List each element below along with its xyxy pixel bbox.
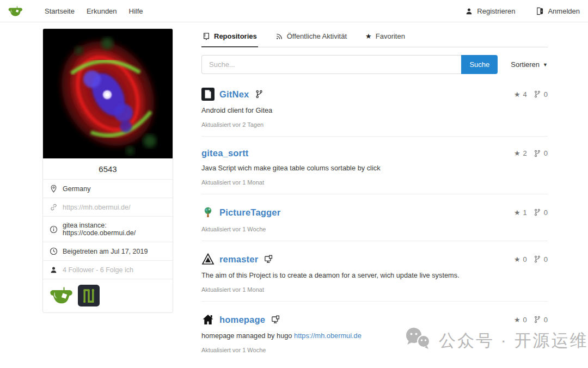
profile-location-row: Germany [43, 179, 173, 198]
repo-link[interactable]: PictureTagger [219, 207, 280, 218]
repo-head: remaster ★ 0 0 [201, 253, 548, 266]
tab-repositories-label: Repositories [214, 32, 257, 40]
triangle-avatar [201, 253, 215, 266]
main-content: Repositories Öffentliche Aktivität ★ Fav… [201, 29, 548, 361]
git-branch-icon[interactable] [534, 208, 541, 216]
repo-description-text: homepage managed by hugo [201, 332, 292, 340]
top-navbar: Startseite Erkunden Hilfe Registrieren A… [0, 0, 588, 22]
sign-in-icon [536, 7, 544, 15]
repo-stats: ★ 0 0 [514, 255, 548, 263]
git-branch-icon[interactable] [534, 316, 541, 323]
star-icon[interactable]: ★ [514, 316, 520, 324]
nebula-image [43, 29, 173, 158]
gitea-profile-page: Startseite Erkunden Hilfe Registrieren A… [0, 0, 588, 368]
profile-organizations [43, 279, 173, 312]
repo-link[interactable]: homepage [219, 315, 265, 325]
repo-head: PictureTagger ★ 1 0 [201, 206, 548, 219]
repo-updated: Aktualisiert vor 1 Woche [201, 347, 548, 353]
gitea-cup-org-avatar[interactable] [49, 285, 73, 306]
nav-hilfe[interactable]: Hilfe [129, 7, 143, 15]
repo-updated: Aktualisiert vor 1 Monat [201, 286, 548, 293]
profile-website-row[interactable]: https://mh.obermui.de/ [43, 198, 173, 216]
profile-bio: gitea instance: https://code.obermui.de/ [63, 222, 166, 237]
clock-icon [50, 247, 58, 255]
apk-file-avatar [201, 88, 215, 101]
repo-item-picturetagger: PictureTagger ★ 1 0 Aktualisiert vor 1 W… [201, 194, 548, 241]
nav-startseite[interactable]: Startseite [45, 7, 75, 15]
fork-count: 0 [544, 90, 548, 99]
mirror-icon [264, 255, 273, 263]
git-branch-icon[interactable] [534, 255, 541, 263]
repo-updated: Aktualisiert vor 2 Tagen [201, 121, 548, 128]
git-branch-icon[interactable] [534, 150, 541, 157]
tab-public-activity[interactable]: Öffentliche Aktivität [274, 29, 348, 47]
repo-description: Java Script wich make gitea table colums… [201, 164, 548, 172]
info-icon [50, 225, 58, 234]
repo-description: homepage managed by hugo https://mh.ober… [201, 332, 548, 340]
profile-bio-row: gitea instance: https://code.obermui.de/ [43, 216, 173, 242]
profile-website: https://mh.obermui.de/ [63, 204, 130, 211]
search-input[interactable] [201, 55, 461, 74]
star-icon[interactable]: ★ [514, 90, 520, 99]
nav-anmelden-label: Anmelden [548, 7, 580, 15]
profile-joined: Beigetreten am Jul 17, 2019 [63, 248, 148, 255]
repo-stats: ★ 1 0 [514, 208, 548, 217]
chevron-down-icon: ▼ [543, 62, 548, 68]
tab-favoriten-label: Favoriten [376, 32, 405, 40]
tab-favoriten[interactable]: ★ Favoriten [364, 29, 406, 47]
profile-location: Germany [63, 185, 90, 193]
profile-followers-row[interactable]: 4 Follower - 6 Folge ich [43, 260, 173, 279]
nav-registrieren[interactable]: Registrieren [465, 7, 515, 15]
nav-registrieren-label: Registrieren [477, 7, 515, 15]
person-icon [465, 7, 473, 15]
star-count: 4 [523, 90, 527, 99]
star-icon: ★ [365, 33, 372, 40]
gitea-logo-icon[interactable] [8, 4, 23, 18]
repo-stats: ★ 2 0 [514, 149, 548, 157]
star-count: 0 [523, 255, 527, 263]
tree-avatar [201, 206, 215, 219]
mirror-icon [271, 315, 280, 324]
repo-updated: Aktualisiert vor 1 Monat [201, 179, 548, 186]
star-icon[interactable]: ★ [514, 149, 520, 157]
star-icon[interactable]: ★ [514, 208, 520, 217]
fork-icon [255, 90, 264, 99]
rss-icon [275, 33, 283, 40]
circuit-org-avatar[interactable] [78, 285, 100, 306]
repo-searchbar: Suche Sortieren ▼ [201, 55, 548, 74]
profile-username: 6543 [43, 158, 173, 179]
repo-description: Android client for Gitea [201, 106, 548, 114]
star-count: 2 [523, 149, 527, 157]
repository-list: GitNex ★ 4 0 Android client for Gitea Ak… [201, 76, 548, 361]
profile-avatar[interactable] [43, 29, 173, 158]
repo-link[interactable]: remaster [219, 254, 258, 265]
repo-link[interactable]: gitea_sortt [201, 148, 249, 158]
nav-anmelden[interactable]: Anmelden [536, 7, 580, 15]
person-icon [50, 266, 58, 274]
star-icon[interactable]: ★ [514, 255, 520, 263]
repo-link[interactable]: GitNex [219, 89, 249, 100]
star-count: 1 [523, 208, 527, 217]
nav-erkunden[interactable]: Erkunden [87, 7, 117, 15]
repo-stats: ★ 0 0 [514, 316, 548, 324]
fork-count: 0 [544, 149, 548, 157]
repo-item-gitnex: GitNex ★ 4 0 Android client for Gitea Ak… [201, 76, 548, 137]
profile-tabs: Repositories Öffentliche Aktivität ★ Fav… [201, 29, 548, 47]
profile-followers: 4 Follower - 6 Folge ich [63, 266, 133, 274]
git-branch-icon[interactable] [534, 90, 541, 98]
tab-repositories[interactable]: Repositories [201, 29, 258, 47]
repo-item-homepage: homepage ★ 0 0 homepage managed by hug [201, 302, 548, 361]
repo-head: homepage ★ 0 0 [201, 313, 548, 326]
repo-head: GitNex ★ 4 0 [201, 88, 548, 101]
fork-count: 0 [544, 316, 548, 324]
location-pin-icon [50, 185, 58, 193]
repo-stats: ★ 4 0 [514, 90, 548, 99]
repo-description-link[interactable]: https://mh.obermui.de [294, 332, 362, 340]
link-icon [50, 203, 58, 211]
search-button[interactable]: Suche [461, 55, 498, 74]
sort-label: Sortieren [511, 60, 540, 69]
star-count: 0 [523, 316, 527, 324]
sort-dropdown[interactable]: Sortieren ▼ [511, 60, 548, 69]
repo-head: gitea_sortt ★ 2 0 [201, 148, 548, 158]
fork-count: 0 [544, 255, 548, 263]
